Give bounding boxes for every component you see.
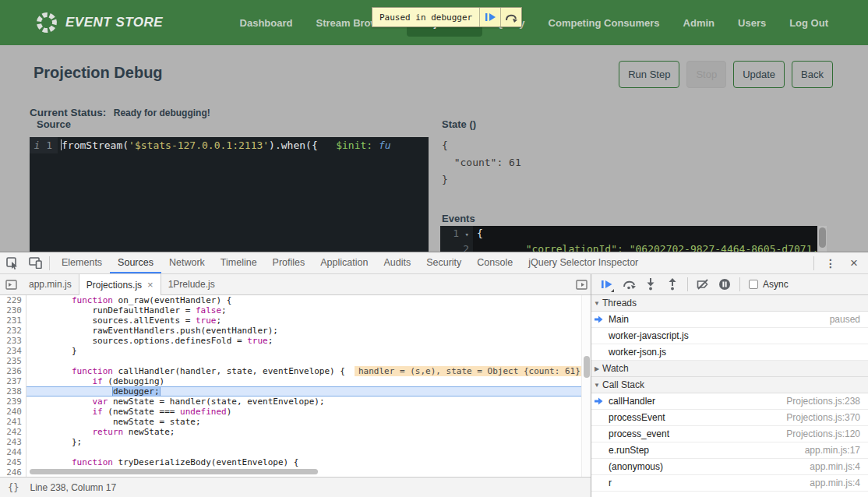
horizontal-scrollbar-thumb[interactable] — [30, 469, 318, 474]
devtools-tab-profiles[interactable]: Profiles — [265, 252, 313, 273]
nav-item-users[interactable]: Users — [728, 9, 776, 37]
toolbar-divider — [813, 256, 814, 270]
step-out-icon — [668, 278, 677, 291]
inspect-element-icon — [6, 257, 19, 270]
close-tab-icon[interactable]: × — [147, 279, 153, 291]
code-text: var newState = handler(state, eventEnvel… — [26, 397, 591, 407]
thread-row[interactable]: worker-json.js — [591, 344, 868, 361]
code-line-234[interactable]: 234 } — [0, 346, 591, 356]
events-scrollbar-thumb[interactable] — [819, 227, 826, 248]
code-line-235[interactable]: 235 — [0, 356, 591, 366]
call-stack-row[interactable]: process_eventProjections.js:120 — [591, 426, 868, 442]
line-number: 231 — [0, 315, 26, 326]
keyword-token: return — [92, 427, 123, 437]
devtools-tab-sources[interactable]: Sources — [110, 252, 161, 273]
call-stack-row[interactable]: e.runStepapp.min.js:17 — [591, 442, 868, 459]
code-text: } — [26, 346, 591, 356]
code-line-240[interactable]: 240 if (newState === undefined) — [0, 407, 591, 417]
inspect-element-button[interactable] — [2, 254, 23, 273]
code-line-233[interactable]: 233 sources.options.definesFold = true; — [0, 336, 591, 346]
pause-on-exceptions-button[interactable] — [714, 275, 736, 294]
call-stack-row[interactable]: processEventProjections.js:370 — [591, 410, 868, 426]
code-line-239[interactable]: 239 var newState = handler(state, eventE… — [0, 397, 591, 407]
section-header-call-stack[interactable]: ▼Call Stack — [591, 377, 868, 393]
run-step-button[interactable]: Run Step — [619, 61, 679, 88]
code-line-237[interactable]: 237 if (debugging) — [0, 376, 591, 386]
paused-banner: Paused in debugger — [372, 7, 522, 27]
vertical-scrollbar[interactable] — [581, 295, 591, 477]
devtools-tab-application[interactable]: Application — [312, 252, 376, 273]
code-line-243[interactable]: 243 }; — [0, 437, 591, 447]
call-stack-row[interactable]: callHandlerProjections.js:238 — [591, 393, 868, 410]
code-line-232[interactable]: 232 rawEventHandlers.push(eventHandler); — [0, 326, 591, 336]
code-line-245[interactable]: 245 function tryDeserializeBody(eventEnv… — [0, 457, 591, 467]
call-stack-row[interactable]: rapp.min.js:4 — [591, 475, 868, 492]
step-over-button[interactable] — [618, 275, 640, 294]
devtools-close-icon[interactable]: × — [843, 256, 865, 271]
section-header-watch[interactable]: ▶Watch — [591, 361, 868, 377]
deactivate-breakpoints-button[interactable] — [692, 275, 714, 294]
nav-item-competing-consumers[interactable]: Competing Consumers — [538, 9, 670, 37]
stop-button: Stop — [686, 61, 726, 88]
resume-script-button[interactable] — [479, 8, 500, 26]
row-location: paused — [830, 314, 860, 325]
collapse-triangle-icon: ▼ — [591, 382, 602, 389]
back-button[interactable]: Back — [792, 61, 833, 88]
code-line-238[interactable]: 238 debugger; — [0, 386, 591, 397]
update-button[interactable]: Update — [733, 61, 785, 88]
source-code-editor[interactable]: i 1 fromStream('$stats-127.0.0.1:2113').… — [30, 137, 429, 252]
call-stack-row[interactable]: (anonymous)app.min.js:4 — [591, 459, 868, 475]
code-token: } — [30, 346, 77, 356]
file-tab-app-min-js[interactable]: app.min.js — [22, 274, 79, 294]
step-out-button[interactable] — [662, 275, 683, 294]
code-line-231[interactable]: 231 sources.allEvents = true; — [0, 315, 591, 326]
resume-script-button[interactable] — [596, 275, 618, 294]
code-line-236[interactable]: 236 function callHandler(handler, state,… — [0, 366, 591, 376]
brand[interactable]: EVENT STORE — [35, 11, 163, 34]
section-header-threads[interactable]: ▼Threads — [591, 295, 868, 312]
device-toolbar-button[interactable] — [25, 254, 45, 273]
code-line-244[interactable]: 244 — [0, 447, 591, 457]
code-line-242[interactable]: 242 return newState; — [0, 427, 591, 437]
devtools-tab-audits[interactable]: Audits — [376, 252, 418, 273]
code-line-230[interactable]: 230 runDefaultHandler = false; — [0, 305, 591, 315]
devtools-tab-timeline[interactable]: Timeline — [213, 252, 265, 273]
devtools-tab-security[interactable]: Security — [418, 252, 469, 273]
code-text: rawEventHandlers.push(eventHandler); — [26, 326, 591, 336]
file-tab-projections-js[interactable]: Projections.js× — [79, 274, 161, 295]
source-code-viewer[interactable]: 229 function on_raw(eventHandler) {230 r… — [0, 295, 591, 477]
devtools-tab-elements[interactable]: Elements — [54, 252, 110, 273]
nav-item-dashboard[interactable]: Dashboard — [230, 9, 303, 37]
inline-variable-annotation: handler = (s,e), state = Object {count: … — [355, 366, 589, 376]
code-line-229[interactable]: 229 function on_raw(eventHandler) { — [0, 295, 591, 305]
code-line-241[interactable]: 241 newState = state; — [0, 417, 591, 427]
async-checkbox[interactable] — [749, 280, 758, 289]
status-value: Ready for debugging! — [114, 108, 210, 118]
events-scrollbar[interactable] — [817, 226, 827, 252]
debugger-sections: ▼ThreadsMainpausedworker-javascript.jswo… — [591, 295, 868, 497]
step-into-button[interactable] — [640, 275, 662, 294]
devtools-tab-jquery-selector-inspector[interactable]: jQuery Selector Inspector — [520, 252, 646, 273]
nav-item-log-out[interactable]: Log Out — [779, 9, 838, 37]
source-panel-label: Source — [37, 118, 71, 130]
step-over-button[interactable] — [500, 8, 521, 26]
row-location: Projections.js:120 — [786, 428, 860, 439]
code-text: debugger; — [26, 386, 591, 397]
vertical-scrollbar-thumb[interactable] — [584, 356, 590, 378]
devtools-tab-network[interactable]: Network — [161, 252, 213, 273]
devtools-tab-console[interactable]: Console — [469, 252, 520, 273]
pause-on-exceptions-icon — [718, 278, 731, 291]
show-navigator-button[interactable] — [0, 274, 22, 294]
thread-row[interactable]: worker-javascript.js — [591, 328, 868, 344]
fold-arrow-icon[interactable]: ▾ — [460, 231, 469, 238]
events-editor[interactable]: 1 ▾{2 "correlationId": "06202702-9827-44… — [440, 226, 817, 252]
thread-row[interactable]: Mainpaused — [591, 312, 868, 328]
show-debugger-button[interactable] — [576, 274, 587, 294]
devtools-menu-icon[interactable]: ⋮ — [818, 257, 843, 270]
file-tab-1prelude-js[interactable]: 1Prelude.js — [161, 274, 222, 294]
row-label: processEvent — [609, 412, 665, 423]
state-panel-label: State () — [442, 118, 476, 130]
call-stack-row-partial[interactable] — [591, 492, 868, 497]
pretty-print-icon[interactable]: {} — [8, 482, 19, 493]
nav-item-admin[interactable]: Admin — [673, 9, 725, 37]
